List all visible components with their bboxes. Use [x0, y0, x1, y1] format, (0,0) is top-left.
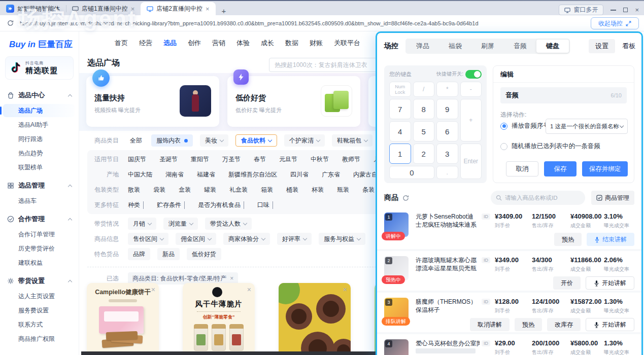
filter-special-brand[interactable]: 品牌 — [128, 248, 150, 260]
start-explain-button[interactable]: 开始讲解 — [586, 318, 634, 331]
sidebar-item-service-fee[interactable]: 服务费设置 — [3, 304, 75, 317]
window-close-button[interactable]: × — [635, 6, 639, 14]
filter-origin-option[interactable]: 福建省 — [197, 170, 215, 179]
tab-pop-product[interactable]: 弹品 — [406, 40, 439, 53]
sidebar-item-ai-assistant[interactable]: 选品AI助手 — [3, 118, 75, 131]
new-tab-button[interactable]: + — [216, 7, 232, 15]
sidebar-item-product-plaza[interactable]: 选品广场 — [3, 104, 75, 117]
product-search-input[interactable] — [505, 195, 571, 201]
settings-button[interactable]: 设置 — [589, 39, 615, 53]
key-8[interactable]: 8 — [413, 99, 435, 119]
filter-origin-option[interactable]: 新疆维吾尔自治区 — [228, 170, 277, 179]
filter-package-option[interactable]: 盒装 — [179, 186, 191, 194]
change-stock-button[interactable]: 改库存 — [547, 318, 581, 331]
filter-package-option[interactable]: 杯装 — [312, 186, 324, 194]
tab-shop1-control[interactable]: 店铺1直播间中控 × — [66, 2, 141, 15]
tab-lucky-bag[interactable]: 福袋 — [439, 40, 471, 53]
id-badge[interactable]: ID — [482, 214, 490, 220]
filter-feature-option[interactable]: 种类 — [128, 201, 144, 209]
set-price-button[interactable]: 开价 — [553, 276, 581, 290]
key-divide[interactable]: / — [413, 82, 435, 97]
filter-category-apparel[interactable]: 服饰内衣 — [151, 134, 193, 147]
product-manage-button[interactable]: 商品管理 — [591, 191, 634, 205]
filter-festival-option[interactable]: 元旦节 — [279, 155, 297, 164]
filter-festival-option[interactable]: 中秋节 — [311, 155, 329, 164]
nav-data[interactable]: 数据 — [285, 39, 298, 48]
filter-festival-option[interactable]: 教师节 — [342, 155, 360, 164]
filter-origin-option[interactable]: 四川省 — [290, 170, 309, 179]
key-7[interactable]: 7 — [389, 99, 411, 119]
filter-festival-option[interactable]: 圣诞节 — [159, 155, 178, 164]
product-row[interactable]: 1 讲解中 元萝卜SenseRobot迪士尼疯狂动物城朱迪系列4加1版国际象..… — [377, 207, 641, 249]
key-dot[interactable]: . — [436, 166, 458, 179]
close-icon[interactable]: × — [151, 286, 155, 294]
key-add[interactable]: + — [460, 99, 482, 141]
collapse-control-button[interactable]: 收起场控 — [591, 17, 639, 29]
filter-origin-option[interactable]: 湖南省 — [165, 170, 184, 179]
sidebar-item-peer-picks[interactable]: 同行跟选 — [3, 132, 75, 146]
cancel-explain-button[interactable]: 取消讲解 — [470, 318, 510, 331]
refresh-icon[interactable] — [7, 20, 14, 26]
filter-package-option[interactable]: 罐装 — [204, 186, 216, 194]
sidebar-group-cooperation[interactable]: 合作管理 — [0, 211, 79, 227]
nav-experience[interactable]: 体验 — [236, 39, 250, 48]
filter-category-shoes-bags[interactable]: 鞋靴箱包 — [332, 134, 372, 147]
filter-category-beauty[interactable]: 美妆 — [200, 134, 228, 147]
tab-close-icon[interactable]: × — [131, 6, 135, 12]
filter-feature-option[interactable]: 口味 — [257, 201, 273, 209]
product-row[interactable]: 3 排队讲解 膳魔师（THERMOS）保温杯子 ID ¥128.00到手价 12… — [377, 291, 641, 332]
filter-package-option[interactable]: 箱装 — [261, 186, 273, 194]
key-numlock[interactable]: Num Lock — [389, 82, 411, 97]
key-1-selected[interactable]: 1 — [389, 144, 411, 164]
preheat-button[interactable]: 预热 — [515, 318, 542, 331]
sidebar-item-connection-benefits[interactable]: 建联权益 — [3, 256, 75, 269]
filter-festival-option[interactable]: 国庆节 — [128, 155, 146, 164]
sidebar-group-selection-center[interactable]: 选品中心 — [0, 88, 79, 103]
tab-shop2-control[interactable]: 店铺2直播间中控 × — [141, 2, 215, 15]
product-row[interactable]: 2 预热中 许愿玻璃瓶罐木塞心愿漂流幸运星星瓶贝壳瓶摆件折纸成品生... ID … — [377, 249, 641, 291]
key-3[interactable]: 3 — [436, 144, 458, 164]
recommend-card-walnuts[interactable]: × — [279, 283, 351, 355]
tab-marketing-agent[interactable]: 如影营销智能体 — [0, 2, 66, 15]
tab-keyboard[interactable]: 键盘 — [536, 40, 569, 53]
sidebar-item-contact-info[interactable]: 联系方式 — [3, 318, 75, 331]
filter-package-option[interactable]: 礼盒装 — [229, 186, 248, 194]
nav-home[interactable]: 首页 — [115, 39, 128, 48]
sidebar-item-profile-settings[interactable]: 达人主页设置 — [3, 290, 75, 303]
banner-traffic-support[interactable]: 流量扶持 视频投稿 曝光提升 — [86, 76, 219, 127]
nav-marketing[interactable]: 营销 — [212, 39, 225, 48]
id-badge[interactable]: ID — [482, 340, 490, 346]
window-minimize-button[interactable] — [611, 10, 616, 11]
close-icon[interactable]: × — [247, 286, 251, 294]
key-4[interactable]: 4 — [389, 121, 411, 141]
key-0[interactable]: 0 — [389, 166, 434, 179]
remove-tag-icon[interactable]: × — [230, 275, 233, 282]
filter-info-service[interactable]: 服务与权益 — [319, 233, 365, 245]
recommend-card-biscuit[interactable]: × Campiello健康饼干 新鲜巴氏杀菌牛奶更香浓 — [87, 283, 159, 355]
radio-selected-icon[interactable] — [500, 123, 507, 130]
key-multiply[interactable]: * — [436, 82, 458, 97]
filter-festival-option[interactable]: 春节 — [254, 155, 266, 164]
key-subtract[interactable]: - — [460, 82, 482, 97]
sidebar-item-history-reviews[interactable]: 历史带货评价 — [3, 242, 75, 255]
filter-category-food[interactable]: 食品饮料 — [235, 134, 277, 147]
key-6[interactable]: 6 — [436, 121, 458, 141]
filter-info-commission[interactable]: 佣金区间 — [176, 233, 216, 245]
close-icon[interactable]: × — [343, 286, 347, 294]
start-explain-button[interactable]: 开始讲解 — [586, 276, 634, 290]
tab-audio[interactable]: 音频 — [504, 40, 536, 53]
nav-platforms[interactable]: 关联平台 — [334, 39, 360, 48]
board-button[interactable]: 看板 — [622, 42, 635, 51]
product-search-box[interactable] — [491, 191, 585, 205]
sidebar-item-hot-trends[interactable]: 热点趋势 — [3, 147, 75, 160]
multi-window-button[interactable]: 窗口多开 — [559, 5, 603, 15]
nav-growth[interactable]: 成长 — [261, 39, 274, 48]
filter-package-option[interactable]: 散装 — [128, 186, 140, 194]
nav-selection[interactable]: 选品 — [163, 39, 177, 48]
key-2[interactable]: 2 — [413, 144, 435, 164]
end-explain-button[interactable]: 结束讲解 — [587, 233, 634, 246]
filter-info-merchant-score[interactable]: 商家体验分 — [223, 233, 270, 245]
product-row[interactable]: 4 爱心马克杯创意办公室陶瓷水杯 ID ¥29.00到手价 200/1000售出… — [377, 332, 641, 355]
filter-package-option[interactable]: 瓶装 — [337, 186, 349, 194]
filter-feature-option[interactable]: 贮存条件 — [157, 201, 185, 209]
